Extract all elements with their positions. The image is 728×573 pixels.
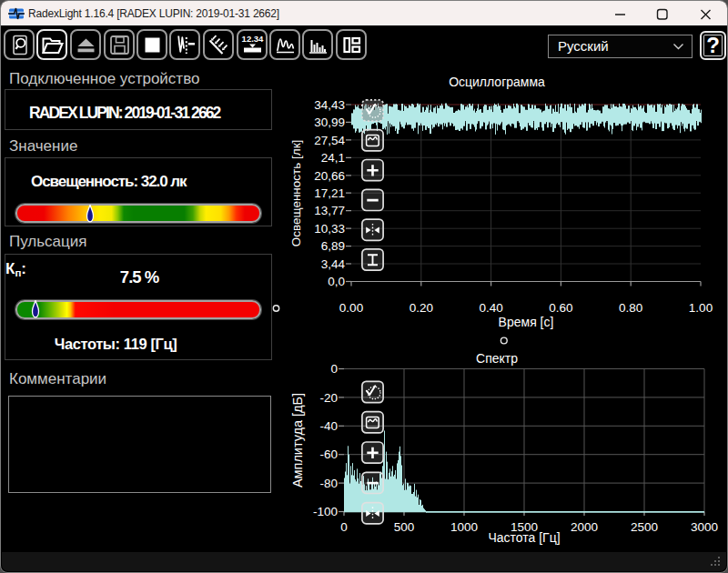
svg-text:0.60: 0.60 — [549, 301, 572, 315]
svg-text:0.80: 0.80 — [619, 301, 642, 315]
svg-text:27,54: 27,54 — [314, 134, 345, 147]
svg-text:Осциллограмма: Осциллограмма — [449, 75, 545, 89]
svg-text:6,89: 6,89 — [321, 239, 345, 253]
svg-text:0.20: 0.20 — [410, 301, 433, 315]
svg-text:0.00: 0.00 — [339, 301, 363, 315]
svg-text:0.40: 0.40 — [479, 301, 502, 315]
svg-text:24,1: 24,1 — [321, 151, 345, 165]
svg-text:17,21: 17,21 — [314, 186, 345, 200]
svg-text:Частота [Гц]: Частота [Гц] — [488, 530, 560, 545]
svg-text:500: 500 — [394, 520, 415, 534]
svg-text:10,33: 10,33 — [314, 222, 345, 236]
svg-text:Амплитуда [дБ]: Амплитуда [дБ] — [290, 393, 305, 488]
svg-text:0: 0 — [340, 520, 348, 534]
svg-text:1.00: 1.00 — [689, 301, 713, 315]
svg-text:Время [с]: Время [с] — [499, 315, 554, 329]
svg-text:2500: 2500 — [631, 520, 658, 534]
svg-text:3,44: 3,44 — [321, 257, 346, 271]
svg-text:-100: -100 — [313, 505, 338, 518]
svg-text:-20: -20 — [319, 391, 338, 405]
svg-text:-40: -40 — [319, 419, 338, 433]
svg-text:0: 0 — [330, 362, 338, 376]
svg-text:1000: 1000 — [450, 520, 478, 534]
svg-text:Спектр: Спектр — [476, 351, 518, 366]
svg-text:34,43: 34,43 — [314, 98, 345, 112]
svg-text:-80: -80 — [319, 477, 338, 490]
svg-text:13,77: 13,77 — [314, 204, 345, 217]
svg-text:3000: 3000 — [691, 520, 718, 534]
svg-text:Освещенность [лк]: Освещенность [лк] — [289, 140, 303, 247]
svg-text:2000: 2000 — [571, 520, 598, 534]
svg-text:30,99: 30,99 — [314, 116, 345, 129]
svg-text:-60: -60 — [319, 447, 338, 461]
svg-text:20,66: 20,66 — [314, 169, 345, 183]
svg-text:0,0: 0,0 — [328, 275, 345, 288]
